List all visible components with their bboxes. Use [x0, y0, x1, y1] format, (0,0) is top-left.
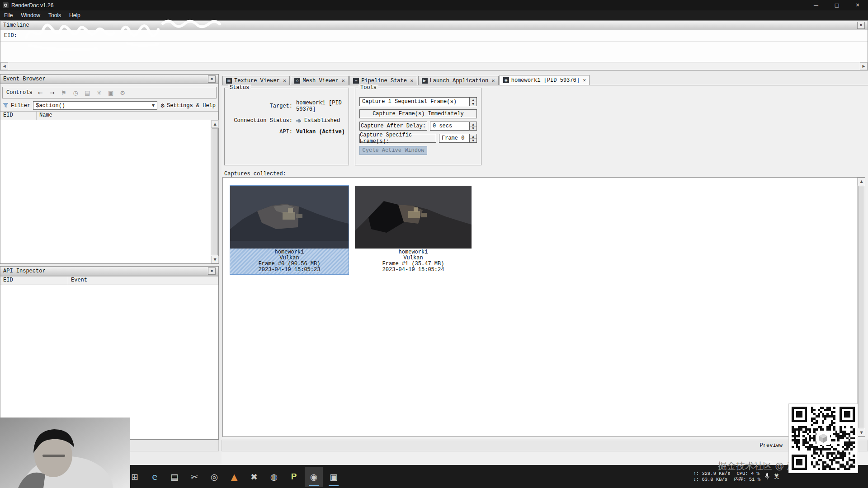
timeline-track[interactable] [0, 42, 868, 62]
tab-label: homework1 [PID 59376] [511, 77, 580, 84]
menu-file[interactable]: File [0, 10, 17, 20]
scroll-left-icon[interactable]: ◀ [0, 62, 8, 70]
menu-help[interactable]: Help [65, 10, 85, 20]
captures-collected-label: Captures collected: [224, 171, 286, 177]
bookmark-icon[interactable]: ⚑ [60, 89, 68, 96]
tab-close-icon[interactable]: ✕ [491, 79, 495, 83]
export-icon[interactable]: ▤ [84, 89, 91, 96]
browser-app-icon[interactable]: ◍ [265, 467, 283, 487]
file-explorer-icon[interactable]: ▤ [165, 467, 184, 487]
options-icon[interactable]: ⚙ [119, 89, 127, 96]
capture-immediately-button[interactable]: Capture Frame(s) Immediately [359, 109, 477, 118]
chevron-down-icon[interactable]: ▼ [152, 103, 155, 108]
settings-help-button[interactable]: ⚙ Settings & Help [160, 103, 216, 109]
forward-icon[interactable]: → [48, 89, 56, 96]
scroll-up-icon[interactable]: ▲ [858, 178, 865, 185]
specific-frame-spinner[interactable]: Frame 0 ▲ ▼ [439, 134, 477, 143]
spin-up-icon[interactable]: ▲ [470, 134, 476, 139]
api-inspector-list[interactable] [0, 285, 218, 439]
qr-center-logo [816, 432, 830, 445]
status-group: Status Target: homework1 [PID 59376] Con… [224, 88, 349, 165]
tools-group: Tools Capture 1 Sequential Frame(s) ▲ ▼ … [355, 88, 481, 165]
timing-icon[interactable]: ◷ [72, 89, 80, 96]
pycharm-icon[interactable]: P [285, 467, 303, 487]
maximize-button[interactable]: □ [826, 0, 847, 10]
snipping-tool-icon[interactable]: ✂ [185, 467, 203, 487]
vlc-player-icon[interactable]: ▲ [225, 467, 243, 487]
connection-status-text: Established [304, 117, 340, 124]
spin-down-icon[interactable]: ▼ [470, 102, 476, 106]
close-button[interactable]: ✕ [847, 0, 868, 10]
tab-homework1-live-capture[interactable]: ◉ homework1 [PID 59376] ✕ [500, 75, 590, 85]
status-group-title: Status [228, 84, 251, 91]
menu-bar: File Window Tools Help [0, 10, 868, 20]
event-browser-column-header: EID Name [0, 111, 218, 120]
column-event: Event [68, 277, 218, 285]
camera-app-icon[interactable]: ◉ [305, 467, 323, 487]
event-browser-close-icon[interactable]: ✕ [208, 75, 216, 83]
event-browser-list[interactable]: ▲ ▼ [0, 120, 218, 263]
timeline-hscrollbar[interactable]: ◀ ▶ [0, 62, 868, 70]
tab-mesh-viewer[interactable]: ◇ Mesh Viewer ✕ [291, 76, 349, 85]
delay-seconds-spinner[interactable]: 0 secs ▲ ▼ [430, 122, 477, 131]
captures-vscrollbar[interactable]: ▲ ▼ [857, 178, 865, 436]
timeline-hscroll-track[interactable] [8, 62, 860, 70]
capture-card-frame1[interactable]: homework1 Vulkan Frame #1 (35.47 MB) 202… [355, 186, 472, 274]
capture-mode-spinner[interactable]: Capture 1 Sequential Frame(s) ▲ ▼ [359, 97, 477, 106]
texture-viewer-icon: ▦ [226, 78, 232, 84]
capture-thumbnail[interactable] [355, 186, 472, 249]
capture-after-delay-button[interactable]: Capture After Delay: [359, 122, 427, 131]
obs-studio-icon[interactable]: ◎ [205, 467, 223, 487]
tab-launch-application[interactable]: ▶ Launch Application ✕ [418, 76, 499, 85]
menu-window[interactable]: Window [17, 10, 44, 20]
filter-settings-icon[interactable]: ✳ [95, 89, 103, 96]
scroll-right-icon[interactable]: ▶ [860, 62, 868, 70]
event-browser-panel: Event Browser ✕ Controls ← → ⚑ ◷ ▤ ✳ ▣ ⚙… [0, 74, 219, 264]
renderdoc-taskbar-icon[interactable]: ▣ [325, 467, 343, 487]
column-eid: EID [0, 112, 37, 120]
scroll-down-icon[interactable]: ▼ [858, 429, 865, 436]
tab-close-icon[interactable]: ✕ [583, 78, 586, 83]
timeline-eid-row: EID: [0, 30, 868, 42]
save-icon[interactable]: ▣ [107, 89, 115, 96]
tab-close-icon[interactable]: ✕ [283, 79, 287, 83]
tab-texture-viewer[interactable]: ▦ Texture Viewer ✕ [222, 76, 290, 85]
scrollbar-thumb[interactable] [212, 128, 218, 255]
filter-combobox[interactable]: $action() ▼ [33, 101, 157, 110]
event-browser-vscrollbar[interactable]: ▲ ▼ [211, 120, 218, 263]
column-eid: EID [0, 277, 68, 285]
menu-tools[interactable]: Tools [44, 10, 65, 20]
ime-indicator[interactable]: 英 [774, 473, 779, 480]
microphone-icon[interactable] [765, 473, 769, 480]
capture-timestamp: 2023-04-19 15:05:24 [355, 267, 472, 273]
tab-label: Pipeline State [361, 78, 407, 84]
editor-app-icon[interactable]: ✖ [245, 467, 263, 487]
back-icon[interactable]: ← [37, 89, 44, 96]
spin-down-icon[interactable]: ▼ [470, 127, 476, 131]
capture-specific-frames-button[interactable]: Capture Specific Frame(s): [359, 134, 436, 143]
target-label: Target: [225, 103, 296, 109]
edge-browser-icon[interactable]: e [146, 467, 164, 487]
scroll-up-icon[interactable]: ▲ [211, 120, 219, 128]
webcam-overlay [0, 418, 130, 488]
scrollbar-thumb[interactable] [858, 186, 864, 428]
tab-close-icon[interactable]: ✕ [342, 79, 345, 83]
spin-up-icon[interactable]: ▲ [470, 122, 476, 127]
launch-application-icon: ▶ [422, 78, 428, 84]
tab-pipeline-state[interactable]: ≡ Pipeline State ✕ [349, 76, 417, 85]
spin-down-icon[interactable]: ▼ [470, 139, 476, 143]
capture-thumbnail[interactable] [230, 186, 349, 249]
timeline-close-icon[interactable]: ✕ [857, 22, 865, 29]
minimize-button[interactable]: — [806, 0, 826, 10]
settings-help-label: Settings & Help [167, 103, 216, 109]
tab-close-icon[interactable]: ✕ [410, 79, 414, 83]
dock-area: ▦ Texture Viewer ✕ ◇ Mesh Viewer ✕ ≡ Pip… [222, 75, 868, 464]
captures-panel[interactable]: homework1 Vulkan Frame #0 (90.56 MB) 202… [222, 177, 865, 437]
capture-meta: homework1 Vulkan Frame #0 (90.56 MB) 202… [230, 249, 349, 274]
network-monitor[interactable]: ↑: 329.9 KB/s CPU: 4 % ↓: 63.8 KB/s 内存: … [693, 471, 760, 482]
capture-card-frame0[interactable]: homework1 Vulkan Frame #0 (90.56 MB) 202… [230, 186, 349, 274]
scroll-down-icon[interactable]: ▼ [211, 256, 219, 263]
api-inspector-close-icon[interactable]: ✕ [208, 267, 216, 275]
download-speed: ↓: 63.8 KB/s [693, 477, 728, 482]
spin-up-icon[interactable]: ▲ [470, 98, 476, 102]
